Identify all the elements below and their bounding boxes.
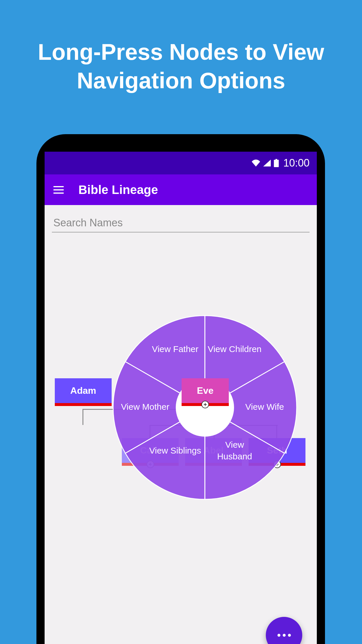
svg-rect-0 — [274, 160, 279, 167]
app-bar: Bible Lineage — [45, 174, 317, 205]
radial-label: View Mother — [121, 402, 169, 412]
node-adam[interactable]: Adam — [55, 378, 112, 406]
radial-label: Husband — [217, 452, 252, 461]
app-title: Bible Lineage — [78, 183, 158, 197]
svg-rect-1 — [275, 159, 277, 160]
node-eve[interactable]: Eve + — [182, 378, 229, 406]
status-bar: 10:00 — [45, 152, 317, 174]
search-input[interactable] — [52, 211, 310, 232]
node-label: Eve — [197, 385, 214, 396]
phone-frame: 10:00 Bible Lineage Adam Cain + — [36, 134, 325, 644]
fab-button[interactable] — [266, 617, 302, 644]
radial-label: View Siblings — [149, 446, 201, 455]
radial-label: View Father — [152, 344, 198, 354]
radial-label: View — [225, 440, 244, 449]
phone-screen: 10:00 Bible Lineage Adam Cain + — [45, 152, 317, 644]
radial-label: View Wife — [245, 402, 284, 412]
plus-icon[interactable]: + — [201, 401, 209, 408]
signal-icon — [263, 160, 271, 167]
more-icon — [277, 634, 291, 637]
diagram-area[interactable]: Adam Cain + Abel Seth + — [45, 238, 317, 588]
status-icons — [252, 159, 279, 167]
wifi-icon — [252, 160, 260, 167]
radial-label: View Children — [208, 344, 262, 354]
battery-icon — [274, 159, 279, 167]
promo-title: Long-Press Nodes to View Navigation Opti… — [0, 0, 362, 112]
status-time: 10:00 — [283, 157, 310, 169]
node-label: Adam — [70, 385, 96, 396]
menu-icon[interactable] — [53, 186, 64, 194]
